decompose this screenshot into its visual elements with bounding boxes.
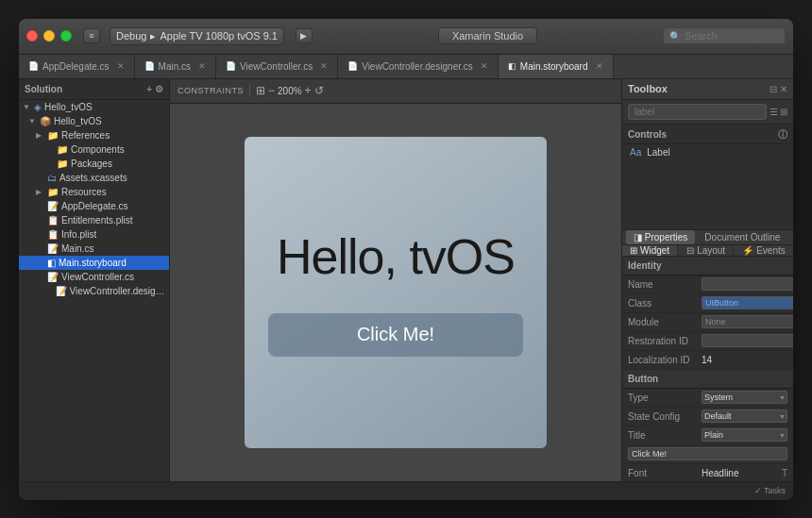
class-input[interactable] <box>702 296 793 309</box>
localization-label: Localization ID <box>628 355 702 365</box>
tree-item-viewcontroller-cs[interactable]: 📝 ViewController.cs <box>19 270 169 284</box>
tab-close-icon[interactable]: ✕ <box>198 61 206 71</box>
file-icon: 📄 <box>28 61 39 71</box>
scheme-label: Debug <box>116 30 146 42</box>
controls-label: Controls <box>628 129 667 140</box>
constraints-label: CONSTRAINTS <box>178 86 244 95</box>
tree-item-main-storyboard[interactable]: ◧ Main.storyboard <box>19 256 169 270</box>
zoom-reset-button[interactable]: ↺ <box>314 84 324 97</box>
title-select[interactable]: Plain <box>702 428 787 442</box>
state-select[interactable]: Default <box>702 409 787 423</box>
click-me-input[interactable] <box>628 447 787 460</box>
tab-close-icon[interactable]: ✕ <box>481 61 488 71</box>
tree-label: Hello_tvOS <box>54 116 102 126</box>
global-search[interactable]: 🔍 <box>663 27 786 44</box>
minimize-button[interactable] <box>43 30 55 42</box>
tree-label: ViewController.cs <box>61 272 134 282</box>
tree-label: Main.storyboard <box>59 258 127 268</box>
tree-item-appdelegate[interactable]: 📝 AppDelegate.cs <box>19 199 169 213</box>
tree-item-project[interactable]: ▼ 📦 Hello_tvOS <box>19 114 169 128</box>
toolbox-item-name: Label <box>647 147 669 158</box>
canvas-content[interactable]: Hello, tvOS Click Me! <box>170 104 621 481</box>
tree-label: ViewController.designer.cs <box>70 286 165 296</box>
sidebar-title: Solution <box>25 84 62 94</box>
toolbox-header: Toolbox ⊟ ✕ <box>622 79 793 100</box>
sidebar-toggle[interactable]: ≡ <box>83 28 100 43</box>
tab-main-storyboard[interactable]: ◧ Main.storyboard ✕ <box>499 55 614 78</box>
module-select-wrapper: ▼ <box>702 315 793 328</box>
tab-widget[interactable]: ⊞ Widget <box>622 245 678 256</box>
tab-properties[interactable]: ◨ Properties <box>626 230 695 244</box>
tab-close-icon[interactable]: ✕ <box>320 61 328 71</box>
tab-main[interactable]: 📄 Main.cs ✕ <box>135 55 216 78</box>
name-input[interactable] <box>702 277 793 291</box>
tree-item-info-plist[interactable]: 📋 Info.plist <box>19 227 169 242</box>
layout-icon: ⊟ <box>686 245 694 256</box>
run-button[interactable]: ▶ <box>296 28 313 43</box>
tree-item-references[interactable]: ▶ 📁 References <box>19 128 169 142</box>
cs-file-icon: 📝 <box>47 201 59 211</box>
title-select-wrapper: Plain ▼ <box>702 428 787 442</box>
folder-icon: 📁 <box>47 130 59 141</box>
tab-layout[interactable]: ⊟ Layout <box>679 245 734 256</box>
tree-item-packages[interactable]: 📁 Packages <box>19 157 169 171</box>
toolbox-search-input[interactable] <box>628 104 767 120</box>
toolbox-panel: Toolbox ⊟ ✕ ☰ ⊞ Controls ⓘ <box>622 79 793 230</box>
layout-tab-label: Layout <box>697 245 725 256</box>
tab-document-outline[interactable]: Document Outline <box>697 230 787 244</box>
tab-viewcontroller[interactable]: 📄 ViewController.cs ✕ <box>216 55 338 78</box>
state-select-wrapper: Default ▼ <box>702 409 787 423</box>
type-select[interactable]: System <box>702 391 787 404</box>
scheme-selector[interactable]: Debug ▸ Apple TV 1080p tvOS 9.1 <box>110 27 284 45</box>
restoration-input[interactable] <box>702 334 793 347</box>
sidebar-settings-icon[interactable]: ⚙ <box>155 84 163 94</box>
main-area: Solution + ⚙ ▼ ◈ Hello_tvOS ▼ 📦 Hello_tv… <box>19 79 793 481</box>
tree-item-assets[interactable]: 🗂 Assets.xcassets <box>19 171 169 185</box>
prop-font-row: Font Headline T <box>622 464 793 481</box>
close-button[interactable] <box>26 30 38 42</box>
class-select-wrapper: ▼ <box>702 296 793 309</box>
tree-item-resources[interactable]: ▶ 📁 Resources <box>19 185 169 199</box>
prop-localization-row: Localization ID 14 <box>622 351 793 370</box>
tab-viewcontroller-designer[interactable]: 📄 ViewController.designer.cs ✕ <box>338 55 499 78</box>
maximize-button[interactable] <box>60 30 72 42</box>
tab-close-icon[interactable]: ✕ <box>117 61 125 71</box>
separator-icon: ▸ <box>150 30 156 42</box>
tab-label: Main.storyboard <box>520 61 588 72</box>
tree-item-components[interactable]: 📁 Components <box>19 142 169 157</box>
zoom-fit-button[interactable]: ⊞ <box>256 84 265 97</box>
toolbox-close-button[interactable]: ✕ <box>780 84 787 94</box>
toolbox-item-label[interactable]: Aa Label <box>622 144 793 160</box>
device-frame: Hello, tvOS Click Me! <box>245 137 547 448</box>
titlebar-center: Xamarin Studio <box>318 27 657 44</box>
search-input[interactable] <box>685 30 779 42</box>
toolbox-grid-view-button[interactable]: ⊞ <box>780 107 787 117</box>
tree-item-entitlements[interactable]: 📋 Entitlements.plist <box>19 213 169 227</box>
zoom-controls: ⊞ − 200% + ↺ <box>256 84 324 97</box>
tab-close-icon[interactable]: ✕ <box>596 61 603 71</box>
file-icon: 📄 <box>347 61 358 71</box>
zoom-out-button[interactable]: − <box>268 84 275 97</box>
tree-item-viewcontroller-designer[interactable]: 📝 ViewController.designer.cs <box>19 284 169 298</box>
toolbox-pin-button[interactable]: ⊟ <box>770 84 777 94</box>
toolbox-list-view-button[interactable]: ☰ <box>770 107 778 117</box>
tab-appdelegate[interactable]: 📄 AppDelegate.cs ✕ <box>19 55 135 78</box>
font-edit-icon[interactable]: T <box>782 468 787 478</box>
file-icon: 🗂 <box>47 173 57 183</box>
titlebar: ≡ Debug ▸ Apple TV 1080p tvOS 9.1 ▶ Xama… <box>19 19 793 55</box>
main-window: ≡ Debug ▸ Apple TV 1080p tvOS 9.1 ▶ Xama… <box>19 19 793 500</box>
zoom-in-button[interactable]: + <box>305 84 312 97</box>
tree-item-main-cs[interactable]: 📝 Main.cs <box>19 242 169 256</box>
plist-icon: 📋 <box>47 215 59 226</box>
folder-icon: 📁 <box>57 144 68 155</box>
module-input[interactable] <box>702 315 793 328</box>
tree-item-solution[interactable]: ▼ ◈ Hello_tvOS <box>19 100 169 114</box>
tab-events[interactable]: ⚡ Events <box>735 245 793 256</box>
tree-label: Packages <box>71 159 112 169</box>
sidebar-add-icon[interactable]: + <box>146 84 152 94</box>
storyboard-icon: ◧ <box>508 61 516 71</box>
font-label: Font <box>628 468 702 478</box>
toolbox-controls-section: Controls ⓘ <box>622 125 793 144</box>
click-me-button[interactable]: Click Me! <box>268 313 523 357</box>
prop-title-row: Title Plain ▼ <box>622 426 793 445</box>
